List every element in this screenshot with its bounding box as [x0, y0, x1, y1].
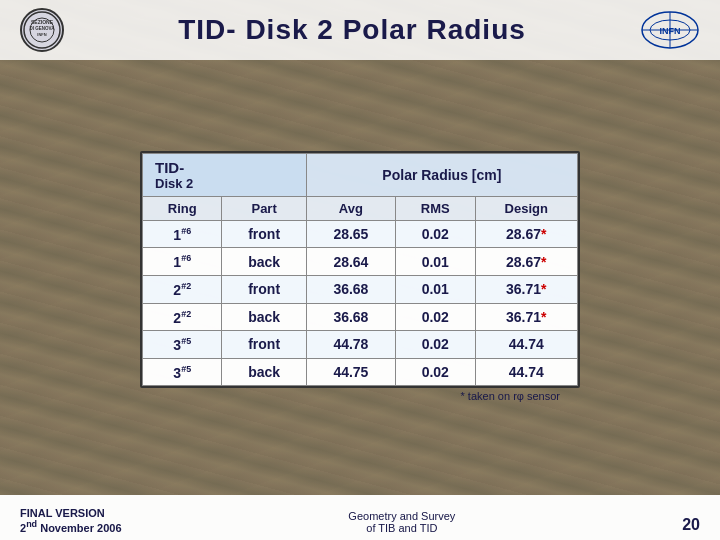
table-column-headers: Ring Part Avg RMS Design: [143, 196, 578, 220]
page-title: TID- Disk 2 Polar Radius: [64, 14, 640, 46]
design-cell: 28.67*: [475, 248, 578, 276]
table-row: 3#5back44.750.0244.74: [143, 358, 578, 386]
infn-logo: INFN: [640, 10, 700, 50]
part-cell: back: [222, 248, 306, 276]
footer-area: FINAL VERSION 2nd November 2006 Geometry…: [0, 495, 720, 540]
rms-cell: 0.01: [396, 275, 475, 303]
part-cell: front: [222, 220, 306, 248]
footer: FINAL VERSION 2nd November 2006 Geometry…: [0, 495, 720, 540]
table-header-top: TID- Disk 2 Polar Radius [cm]: [143, 153, 578, 196]
part-cell: front: [222, 275, 306, 303]
final-version-label: FINAL VERSION: [20, 507, 122, 519]
footer-center-line2: of TIB and TID: [348, 522, 455, 534]
institution-logo: SEZIONE DI GENOVA INFN: [20, 8, 64, 52]
slide: SEZIONE DI GENOVA INFN TID- Disk 2 Polar…: [0, 0, 720, 540]
page-number: 20: [682, 516, 700, 534]
ring-cell: 2#2: [143, 275, 222, 303]
design-cell: 44.74: [475, 358, 578, 386]
ring-cell: 3#5: [143, 358, 222, 386]
col-part: Part: [222, 196, 306, 220]
ring-cell: 1#6: [143, 220, 222, 248]
avg-cell: 28.64: [306, 248, 395, 276]
footer-center: Geometry and Survey of TIB and TID: [348, 510, 455, 534]
footer-center-line1: Geometry and Survey: [348, 510, 455, 522]
disk-label: Disk 2: [155, 176, 294, 191]
avg-cell: 44.75: [306, 358, 395, 386]
part-cell: back: [222, 303, 306, 331]
avg-cell: 36.68: [306, 275, 395, 303]
table-row: 2#2front36.680.0136.71*: [143, 275, 578, 303]
table-row: 1#6front28.650.0228.67*: [143, 220, 578, 248]
table-body: 1#6front28.650.0228.67*1#6back28.640.012…: [143, 220, 578, 386]
design-cell: 36.71*: [475, 275, 578, 303]
svg-text:INFN: INFN: [37, 32, 46, 37]
ring-cell: 3#5: [143, 331, 222, 359]
table-row: 1#6back28.640.0128.67*: [143, 248, 578, 276]
footnote: * taken on rφ sensor: [461, 390, 560, 402]
rms-cell: 0.01: [396, 248, 475, 276]
footer-left: FINAL VERSION 2nd November 2006: [20, 507, 122, 534]
svg-text:SEZIONE: SEZIONE: [31, 19, 54, 25]
rms-cell: 0.02: [396, 358, 475, 386]
col-avg: Avg: [306, 196, 395, 220]
rms-cell: 0.02: [396, 303, 475, 331]
svg-text:INFN: INFN: [660, 26, 681, 36]
date-label: 2nd November 2006: [20, 519, 122, 534]
table-row: 2#2back36.680.0236.71*: [143, 303, 578, 331]
rms-cell: 0.02: [396, 331, 475, 359]
avg-cell: 28.65: [306, 220, 395, 248]
col-rms: RMS: [396, 196, 475, 220]
part-cell: back: [222, 358, 306, 386]
logo-area: SEZIONE DI GENOVA INFN: [20, 8, 64, 52]
design-cell: 28.67*: [475, 220, 578, 248]
design-cell: 36.71*: [475, 303, 578, 331]
part-cell: front: [222, 331, 306, 359]
ring-cell: 2#2: [143, 303, 222, 331]
col-design: Design: [475, 196, 578, 220]
tid-label: TID-: [155, 159, 294, 176]
polar-radius-header: Polar Radius [cm]: [306, 153, 577, 196]
svg-text:DI GENOVA: DI GENOVA: [30, 26, 56, 31]
col-ring: Ring: [143, 196, 222, 220]
ring-cell: 1#6: [143, 248, 222, 276]
avg-cell: 36.68: [306, 303, 395, 331]
rms-cell: 0.02: [396, 220, 475, 248]
design-cell: 44.74: [475, 331, 578, 359]
data-table-container: TID- Disk 2 Polar Radius [cm] Ring Part …: [140, 151, 580, 389]
header: SEZIONE DI GENOVA INFN TID- Disk 2 Polar…: [0, 0, 720, 60]
avg-cell: 44.78: [306, 331, 395, 359]
table-row: 3#5front44.780.0244.74: [143, 331, 578, 359]
main-content: TID- Disk 2 Polar Radius [cm] Ring Part …: [0, 60, 720, 495]
data-table: TID- Disk 2 Polar Radius [cm] Ring Part …: [142, 153, 578, 387]
